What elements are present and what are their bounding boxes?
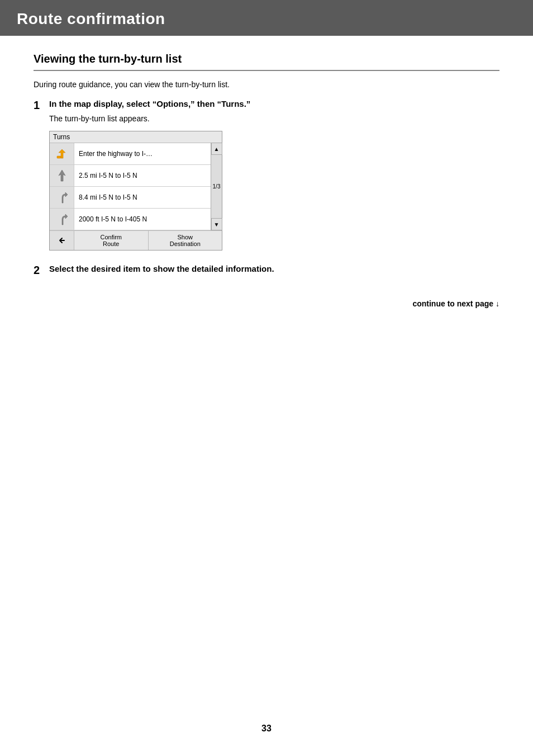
page-number: 33 bbox=[261, 724, 272, 734]
step-1-row: 1 In the map display, select “Options,” … bbox=[34, 99, 499, 112]
section-title: Viewing the turn-by-turn list bbox=[34, 53, 499, 65]
keep-left-icon bbox=[50, 165, 74, 186]
step-2-number: 2 bbox=[34, 264, 49, 277]
turns-footer: Confirm Route Show Destination bbox=[50, 230, 222, 250]
curve-right-icon bbox=[50, 187, 74, 208]
confirm-route-button[interactable]: Confirm Route bbox=[74, 231, 149, 250]
turns-dialog: Turns Ent bbox=[49, 131, 222, 251]
turns-row-2-text: 2.5 mi I-5 N to I-5 N bbox=[74, 169, 211, 182]
step-2-row: 2 Select the desired item to show the de… bbox=[34, 264, 499, 277]
step-1-subtitle: The turn-by-turn list appears. bbox=[49, 114, 499, 123]
continue-text: continue to next page ↓ bbox=[34, 299, 499, 308]
step-2: 2 Select the desired item to show the de… bbox=[34, 264, 499, 277]
turns-row-3[interactable]: 8.4 mi I-5 N to I-5 N bbox=[50, 187, 211, 209]
step-1-title: In the map display, select “Options,” th… bbox=[49, 99, 250, 108]
turns-scrollbar: ▲ 1/3 ▼ bbox=[211, 143, 222, 230]
main-content: Viewing the turn-by-turn list During rou… bbox=[0, 36, 533, 330]
turns-dialog-body: Enter the highway to I-… 2.5 mi I-5 N to… bbox=[50, 143, 222, 230]
highway-enter-icon bbox=[50, 143, 74, 164]
turns-row-1[interactable]: Enter the highway to I-… bbox=[50, 143, 211, 165]
header-bar: Route confirmation bbox=[0, 0, 533, 36]
scroll-up-button[interactable]: ▲ bbox=[211, 143, 222, 155]
page-title: Route confirmation bbox=[17, 10, 516, 28]
turns-row-3-text: 8.4 mi I-5 N to I-5 N bbox=[74, 191, 211, 204]
back-button[interactable] bbox=[50, 231, 74, 250]
turns-rows: Enter the highway to I-… 2.5 mi I-5 N to… bbox=[50, 143, 211, 230]
turns-dialog-title: Turns bbox=[50, 131, 222, 143]
step-1: 1 In the map display, select “Options,” … bbox=[34, 99, 499, 251]
section-heading: Viewing the turn-by-turn list bbox=[34, 53, 499, 71]
show-destination-button[interactable]: Show Destination bbox=[149, 231, 222, 250]
svg-marker-2 bbox=[59, 170, 65, 181]
step-2-title: Select the desired item to show the deta… bbox=[49, 264, 274, 273]
confirm-route-label: Confirm Route bbox=[100, 234, 122, 247]
turns-row-4[interactable]: 2000 ft I-5 N to I-405 N bbox=[50, 209, 211, 230]
scroll-down-button[interactable]: ▼ bbox=[211, 218, 222, 230]
curve-right2-icon bbox=[50, 209, 74, 230]
turns-row-1-text: Enter the highway to I-… bbox=[74, 148, 211, 160]
show-destination-label: Show Destination bbox=[170, 234, 201, 247]
step-1-number: 1 bbox=[34, 99, 49, 112]
svg-rect-1 bbox=[57, 156, 61, 158]
intro-text: During route guidance, you can view the … bbox=[34, 80, 499, 89]
turns-row-4-text: 2000 ft I-5 N to I-405 N bbox=[74, 213, 211, 225]
page-indicator: 1/3 bbox=[211, 155, 222, 218]
turns-row-2[interactable]: 2.5 mi I-5 N to I-5 N bbox=[50, 165, 211, 187]
